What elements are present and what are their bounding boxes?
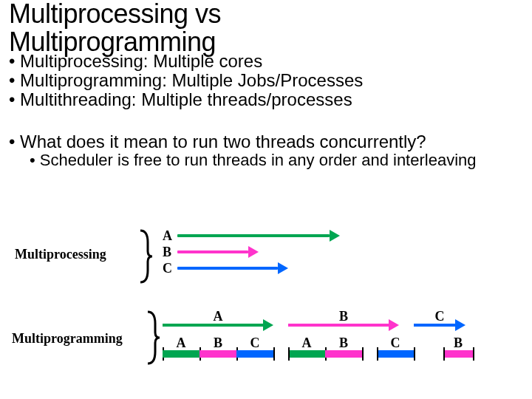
bullet-list: Multiprocessing: Multiple cores Multipro… bbox=[9, 52, 523, 170]
multiprocessing-block: Multiprocessing A B C bbox=[15, 226, 517, 290]
arrow-b bbox=[177, 250, 259, 254]
tick-mark bbox=[288, 347, 290, 361]
bullet-scheduler: Scheduler is free to run threads in any … bbox=[30, 151, 523, 169]
bullet-multiprogramming: Multiprogramming: Multiple Jobs/Processe… bbox=[9, 71, 523, 90]
slide-title: Multiprocessing vs Multiprogramming bbox=[9, 0, 523, 56]
brace-icon bbox=[137, 229, 154, 284]
timeline-segment: C bbox=[236, 337, 273, 359]
segment-label: A bbox=[163, 335, 200, 351]
segment-label: B bbox=[443, 335, 473, 351]
multiprocessing-threads: A B C bbox=[163, 228, 172, 276]
timeline-segment: B bbox=[443, 337, 473, 359]
bullet-question: What does it mean to run two threads con… bbox=[9, 132, 523, 151]
arrow-a bbox=[177, 233, 340, 238]
timeline-segment: B bbox=[200, 337, 236, 359]
segment-label: C bbox=[414, 309, 466, 324]
tick-mark bbox=[273, 347, 275, 361]
timeline-segment: C bbox=[414, 309, 466, 328]
slide: Multiprocessing vs Multiprogramming Mult… bbox=[0, 0, 532, 399]
segment-label: B bbox=[288, 309, 399, 324]
timeline-segment: B bbox=[288, 309, 399, 328]
tick-mark bbox=[362, 347, 364, 361]
tick-mark bbox=[377, 347, 378, 361]
segment-label: C bbox=[377, 335, 414, 351]
tick-mark bbox=[443, 347, 445, 361]
title-line-1: Multiprocessing vs bbox=[9, 0, 523, 28]
tick-mark bbox=[414, 347, 415, 361]
timeline-row-1: ABC bbox=[163, 309, 473, 328]
segment-label: C bbox=[236, 335, 273, 351]
timeline-segment: C bbox=[377, 337, 414, 359]
thread-b-label: B bbox=[163, 244, 172, 260]
multiprogramming-label: Multiprogramming bbox=[12, 331, 123, 347]
brace-icon bbox=[145, 310, 161, 365]
bullet-multithreading: Multithreading: Multiple threads/process… bbox=[9, 90, 523, 109]
timeline-segment: B bbox=[325, 337, 362, 359]
arrow-c bbox=[177, 266, 288, 270]
thread-a-label: A bbox=[163, 228, 172, 244]
multiprogramming-block: Multiprogramming ABC ABCABCB bbox=[15, 307, 517, 374]
segment-label: A bbox=[163, 309, 273, 324]
tick-mark bbox=[473, 347, 474, 361]
segment-label: A bbox=[288, 335, 325, 351]
bullet-multiprocessing: Multiprocessing: Multiple cores bbox=[9, 52, 523, 71]
segment-label: B bbox=[200, 335, 236, 351]
timeline-segment: A bbox=[163, 309, 273, 328]
thread-c-label: C bbox=[163, 260, 172, 276]
timeline-segment: A bbox=[163, 337, 200, 359]
timeline-row-2: ABCABCB bbox=[163, 337, 473, 359]
segment-label: B bbox=[325, 335, 362, 351]
multiprocessing-label: Multiprocessing bbox=[15, 247, 106, 262]
timeline-segment: A bbox=[288, 337, 325, 359]
